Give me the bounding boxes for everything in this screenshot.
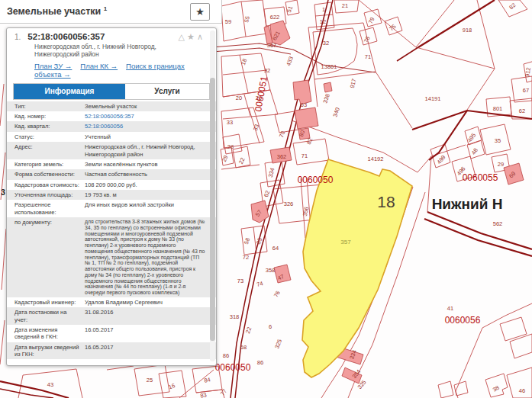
info-row-value: 31.08.2016	[83, 307, 216, 325]
map-label: 46	[519, 387, 525, 394]
info-row: Дата выгрузки сведений из ГКН:16.05.2017	[7, 342, 216, 360]
info-table: Тип:Земельный участокКад. номер:52:18:00…	[7, 101, 216, 360]
map-label: 13861	[321, 63, 337, 70]
info-row-value: Земельный участок	[83, 101, 216, 111]
info-row-value: 16.05.2017	[83, 325, 216, 342]
map-label: 58	[243, 237, 251, 246]
info-row-value[interactable]: 52:18:0060056:357	[83, 111, 216, 121]
parcel-links: План ЗУ →План КК →Поиск в границах объек…	[34, 62, 208, 79]
map-label: 22	[244, 326, 253, 335]
map-label: 59	[225, 18, 231, 25]
parcel-address: Нижегородская обл., г. Нижний Новгород, …	[34, 43, 208, 59]
star-icon[interactable]: ★	[187, 32, 197, 41]
info-row-label: Статус:	[7, 132, 83, 142]
map-label: 338	[321, 93, 330, 104]
favorite-button[interactable]: ★	[190, 3, 210, 21]
info-row-label: Кад. квартал:	[7, 121, 83, 131]
info-row: Кадастровый инженер:Удалов Владимир Серг…	[7, 297, 216, 307]
map-label: 68	[240, 344, 247, 351]
map-label: 340	[331, 107, 340, 118]
map-label: 356	[301, 206, 310, 217]
info-row-label: Кад. номер:	[7, 111, 83, 121]
map-label: 33	[227, 119, 233, 126]
map-label: 357	[340, 239, 351, 246]
map-label: 499	[436, 154, 447, 165]
tab-services[interactable]: Услуги	[125, 84, 209, 99]
map-label: 82	[508, 2, 517, 11]
map-label: 43	[47, 381, 53, 388]
map-label: 801	[493, 105, 503, 112]
panel-tabs: Информация Услуги	[13, 83, 210, 100]
map-label: 21	[342, 2, 348, 9]
map-label: 318	[230, 313, 240, 320]
chevron-up-icon[interactable]: ∧	[197, 32, 205, 41]
map-label: 38	[492, 384, 501, 393]
map-label: 32	[264, 67, 270, 74]
map-label: 84	[203, 376, 211, 384]
map-label: 918	[463, 27, 472, 34]
map-label: 12	[320, 18, 326, 25]
info-row: Тип:Земельный участок	[7, 101, 216, 111]
map-label: 67	[523, 87, 529, 94]
map-label: 79	[367, 16, 376, 24]
map-label: 912	[524, 67, 532, 78]
info-row-label: Кадастровый инженер:	[7, 297, 83, 307]
map-label: 334	[267, 167, 276, 178]
info-row: Кад. номер:52:18:0060056:357	[7, 111, 216, 121]
warning-icon[interactable]: △	[179, 32, 187, 41]
map-label: 41	[447, 305, 453, 312]
tab-information[interactable]: Информация	[14, 84, 125, 99]
map-label: 18	[377, 193, 395, 210]
info-row-value: Частная собственность	[83, 169, 216, 179]
scrollbar-thumb[interactable]	[210, 78, 215, 341]
info-row-value: Удалов Владимир Сергеевич	[83, 297, 216, 307]
plan-zu-link[interactable]: План ЗУ →	[34, 62, 72, 70]
cadastral-number: 52:18:0060056:357	[27, 32, 105, 41]
map-label: 71	[301, 152, 308, 159]
info-row-label: Дата выгрузки сведений из ГКН:	[7, 342, 83, 360]
map-label: 14191	[425, 95, 441, 102]
map-label: 3	[1, 188, 5, 197]
star-icon: ★	[195, 6, 205, 18]
selected-parcel-polygon[interactable]	[302, 159, 412, 377]
info-row-value[interactable]: 52:18:0060056	[83, 121, 216, 131]
map-label: 433	[285, 56, 294, 67]
info-row-label: Разрешенное использование:	[7, 200, 83, 217]
results-count: 1	[104, 5, 107, 12]
map-label: 0060050	[298, 175, 334, 185]
map-label: 20	[236, 95, 242, 101]
map-label: 62	[519, 108, 525, 114]
map-label: 70	[278, 130, 286, 139]
info-row-value: 19 793 кв. м	[83, 190, 216, 200]
map-label: 76	[363, 35, 372, 43]
map-label: 32	[323, 40, 329, 47]
panel-scrollbar[interactable]	[210, 30, 215, 361]
map-label: 325	[273, 339, 283, 350]
info-row-value: Земли населённых пунктов	[83, 159, 216, 169]
map-label: Нижний Н	[432, 196, 503, 212]
item-index: 1.	[15, 33, 21, 41]
info-row: Категория земель:Земли населённых пункто…	[7, 159, 216, 169]
info-row-value: 16.05.2017	[83, 342, 216, 360]
info-row-label: Тип:	[7, 101, 83, 111]
map-label: 326	[284, 201, 294, 207]
map-label: 73	[237, 278, 243, 284]
plan-kk-link[interactable]: План КК →	[80, 62, 118, 70]
map-label: 16	[168, 382, 176, 390]
info-row: Форма собственности:Частная собственност…	[7, 169, 216, 179]
parcel-info-panel: 1.52:18:0060056:357 △★∧ Нижегородская об…	[6, 27, 217, 366]
parcel-item-header: 1.52:18:0060056:357 △★∧ Нижегородская об…	[7, 28, 216, 79]
page-title: Земельные участки 1	[7, 5, 107, 17]
info-row-value: Учтенный	[83, 132, 216, 142]
map-label: 33	[252, 124, 260, 132]
map-label: 48	[470, 147, 479, 156]
info-row-label: Форма собственности:	[7, 169, 83, 179]
info-row-label: Уточненная площадь:	[7, 190, 83, 200]
map-label: 1	[322, 6, 325, 13]
info-row: Статус:Учтенный	[7, 132, 216, 142]
map-label: 0060055	[463, 172, 498, 183]
info-row-label: Адрес:	[7, 142, 83, 159]
info-row-label: Дата постановки на учет:	[7, 307, 83, 325]
info-row: Разрешенное использование:Для иных видов…	[7, 200, 216, 217]
map-label: 14192	[368, 156, 384, 162]
